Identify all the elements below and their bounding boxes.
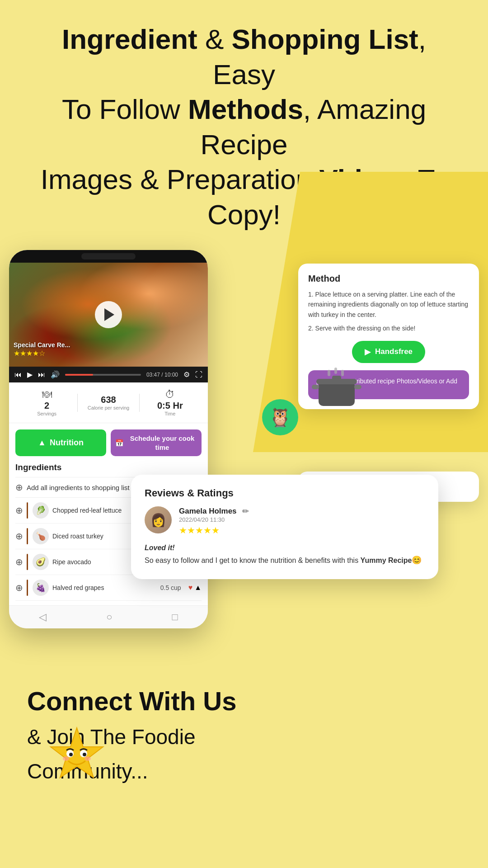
svg-rect-0 xyxy=(328,370,330,376)
handsfree-label: Handsfree xyxy=(375,347,413,356)
edit-icon[interactable]: ✏ xyxy=(242,506,249,516)
schedule-label: Schedule your cook time xyxy=(127,434,197,452)
reviewer-name: Gamela Holmes xyxy=(179,507,237,516)
action-buttons-row: ▲ Nutrition 📅 Schedule your cook time xyxy=(9,423,208,462)
play-button[interactable] xyxy=(95,301,122,328)
servings-value: 2 xyxy=(44,401,49,411)
reviewer-info: Gamela Holmes ✏ 2022/04/20 11:30 ★★★★★ xyxy=(179,506,425,536)
svg-rect-7 xyxy=(354,385,361,389)
phone-notch xyxy=(9,250,208,263)
heart-icon[interactable]: ♥ xyxy=(188,584,193,592)
method-step2: 2. Serve with the dressing on the side! xyxy=(308,323,469,333)
calories-block: 638 Calorie per serving xyxy=(78,395,139,410)
svg-point-13 xyxy=(63,756,69,761)
ingredient-name: Halved red grapes xyxy=(52,584,157,591)
add-all-label: Add all ingredients to shopping list xyxy=(27,484,130,491)
add-ingredient-icon[interactable]: ⊕ xyxy=(15,505,23,516)
time-icon: ⏱ xyxy=(165,389,175,401)
svg-marker-8 xyxy=(51,728,103,778)
calories-label: Calorie per serving xyxy=(88,405,129,410)
settings-icon[interactable]: ⚙ xyxy=(183,370,190,379)
home-nav[interactable]: ○ xyxy=(106,611,112,623)
time-value: 0:5 Hr xyxy=(157,401,183,411)
ingredient-icon: 🍗 xyxy=(33,528,49,544)
calories-value: 638 xyxy=(101,395,116,405)
handsfree-button[interactable]: ▶ Handsfree xyxy=(352,341,425,363)
add-ingredient-icon[interactable]: ⊕ xyxy=(15,531,23,542)
ingredient-actions: ♥ ▲ xyxy=(188,584,202,592)
reviewer-stars: ★★★★★ xyxy=(179,525,425,536)
cooking-pot-icon xyxy=(312,368,361,413)
star-character-icon xyxy=(45,724,108,800)
review-card-bottom: Reviews & Ratings 👩 Gamela Holmes ✏ 2022… xyxy=(131,475,438,579)
video-area: Special Carve Re... ★★★★☆ xyxy=(9,263,208,367)
svg-point-11 xyxy=(69,753,73,756)
play-icon[interactable]: ▶ xyxy=(27,370,33,379)
add-all-icon: ⊕ xyxy=(15,482,23,493)
review-text: Loved it! So easy to follow and I get to… xyxy=(145,542,425,566)
back-nav[interactable]: ◁ xyxy=(39,611,47,623)
review-bold: Yummy Recipe xyxy=(361,557,412,564)
svg-point-12 xyxy=(83,753,86,756)
nutrition-icon: ▲ xyxy=(38,438,46,448)
ingredient-icon: 🥑 xyxy=(33,554,49,570)
svg-point-14 xyxy=(84,756,91,761)
add-ingredient-icon[interactable]: ⊕ xyxy=(15,557,23,567)
phones-container: Special Carve Re... ★★★★☆ ⏮ ▶ ⏭ 🔊 03:47 … xyxy=(0,250,488,657)
connect-section: Connect With Us & Join The Foodie Commun… xyxy=(0,666,488,813)
svg-rect-1 xyxy=(334,368,337,374)
schedule-button[interactable]: 📅 Schedule your cook time xyxy=(111,429,202,456)
svg-rect-3 xyxy=(319,381,355,406)
fullscreen-icon[interactable]: ⛶ xyxy=(195,371,202,379)
calendar-icon: 📅 xyxy=(115,439,124,448)
servings-label: Servings xyxy=(37,411,56,416)
review-intro: Loved it! xyxy=(145,544,175,552)
ingredients-title: Ingredients xyxy=(15,462,202,472)
recipe-info-bar: 🍽 2 Servings 638 Calorie per serving ⏱ 0… xyxy=(9,382,208,423)
ingredient-amount: 0.5 cup xyxy=(160,584,181,591)
servings-block: 🍽 2 Servings xyxy=(16,389,77,416)
nutrition-label: Nutrition xyxy=(50,438,84,448)
video-label: Special Carve Re... xyxy=(14,341,70,349)
forward-icon[interactable]: ⏭ xyxy=(38,371,45,379)
volume-icon[interactable]: 🔊 xyxy=(51,370,60,379)
connect-line1: Connect With Us xyxy=(27,686,236,716)
phone-navigation: ◁ ○ □ xyxy=(9,605,208,628)
progress-fill xyxy=(65,374,93,376)
progress-bar[interactable] xyxy=(65,374,141,376)
add-ingredient-icon[interactable]: ⊕ xyxy=(15,582,23,593)
recent-nav[interactable]: □ xyxy=(172,611,178,623)
time-block: ⏱ 0:5 Hr Time xyxy=(140,389,201,416)
review-bottom-title: Reviews & Ratings xyxy=(145,487,425,499)
review-body: So easy to follow and I get to know the … xyxy=(145,557,361,564)
video-controls: ⏮ ▶ ⏭ 🔊 03:47 / 10:00 ⚙ ⛶ xyxy=(9,367,208,382)
svg-rect-5 xyxy=(332,376,341,380)
reviewer-row: 👩 Gamela Holmes ✏ 2022/04/20 11:30 ★★★★★ xyxy=(145,506,425,536)
servings-icon: 🍽 xyxy=(42,389,52,401)
time-label: Time xyxy=(164,411,175,416)
ingredient-icon: 🥬 xyxy=(33,502,49,519)
play-circle-icon: ▶ xyxy=(365,347,371,357)
owl-circle: 🦉 xyxy=(262,399,298,435)
video-time: 03:47 / 10:00 xyxy=(146,372,178,378)
method-title: Method xyxy=(308,274,469,284)
review-emoji: 😊 xyxy=(412,556,422,565)
reviewer-date: 2022/04/20 11:30 xyxy=(179,516,425,523)
svg-rect-2 xyxy=(341,370,344,376)
owl-icon: 🦉 xyxy=(262,399,298,435)
mountain-icon: ▲ xyxy=(194,584,202,592)
method-step1: 1. Place lettuce on a serving platter. L… xyxy=(308,289,469,320)
svg-rect-6 xyxy=(312,385,319,389)
rewind-icon[interactable]: ⏮ xyxy=(14,371,22,379)
nutrition-button[interactable]: ▲ Nutrition xyxy=(15,429,106,456)
star-rating: ★★★★☆ xyxy=(14,349,45,358)
reviewer-avatar: 👩 xyxy=(145,506,172,533)
title-ingredient: Ingredient xyxy=(62,24,197,55)
ingredient-icon: 🍇 xyxy=(33,580,49,596)
